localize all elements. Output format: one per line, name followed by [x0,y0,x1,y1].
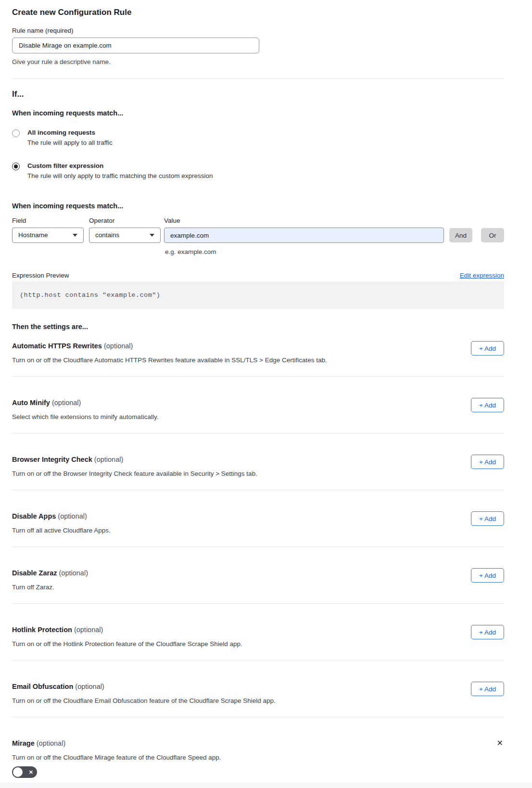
setting-texts: Mirage (optional) Turn on or off the Clo… [12,738,221,778]
setting-texts: Disable Zaraz (optional) Turn off Zaraz. [12,568,88,592]
setting-texts: Hotlink Protection (optional) Turn on or… [12,625,242,648]
radio-texts: All incoming requests The rule will appl… [27,129,113,147]
setting-texts: Automatic HTTPS Rewrites (optional) Turn… [12,341,327,365]
setting-row-hotlink-protection: Hotlink Protection (optional) Turn on or… [12,604,504,661]
radio-label: All incoming requests [27,129,113,137]
setting-name: Auto Minify (optional) [12,398,158,407]
section-divider [12,78,504,79]
setting-row-disable-apps: Disable Apps (optional) Turn off all act… [12,490,504,547]
value-input[interactable] [164,228,444,243]
field-select[interactable]: Hostname [12,228,84,243]
setting-description: Turn on or off the Hotlink Protection fe… [12,640,242,648]
expression-preview-block: (http.host contains "example.com") [12,281,504,309]
toggle-off-x-icon: ✕ [29,770,33,775]
setting-name: Disable Zaraz (optional) [12,568,88,578]
chevron-down-icon [150,234,154,237]
page-bottom-band [0,783,532,788]
rule-name-help: Give your rule a descriptive name. [12,58,504,66]
add-button[interactable]: + Add [471,455,504,469]
field-label: Field [12,217,84,225]
edit-expression-link[interactable]: Edit expression [460,272,504,280]
setting-texts: Auto Minify (optional) Select which file… [12,398,158,421]
setting-description: Turn on or off the Browser Integrity Che… [12,470,257,478]
setting-row-mirage: Mirage (optional) Turn on or off the Clo… [12,717,504,788]
setting-name: Hotlink Protection (optional) [12,625,242,635]
optional-label: (optional) [94,456,123,463]
page-content: Create new Configuration Rule Rule name … [0,0,532,788]
setting-texts: Disable Apps (optional) Turn off all act… [12,511,111,535]
configuration-rule-page: Create new Configuration Rule Rule name … [0,0,532,788]
optional-label: (optional) [59,569,88,577]
setting-texts: Browser Integrity Check (optional) Turn … [12,455,257,478]
setting-row-email-obfuscation: Email Obfuscation (optional) Turn on or … [12,661,504,717]
setting-row-browser-integrity-check: Browser Integrity Check (optional) Turn … [12,433,504,490]
radio-label: Custom filter expression [27,162,213,170]
optional-label: (optional) [52,399,81,407]
operator-label: Operator [89,217,161,225]
rule-name-input[interactable] [12,38,259,53]
chevron-down-icon [73,234,77,237]
setting-name: Browser Integrity Check (optional) [12,455,257,464]
radio-texts: Custom filter expression The rule will o… [27,162,213,180]
and-button[interactable]: And [449,228,472,242]
radio-unselected-icon[interactable] [12,129,20,137]
add-button[interactable]: + Add [471,682,504,696]
radio-selected-icon[interactable] [12,163,20,170]
value-label: Value [164,217,180,225]
expression-text: (http.host contains "example.com") [20,291,160,300]
builder-match-heading: When incoming requests match... [12,202,504,210]
setting-row-auto-minify: Auto Minify (optional) Select which file… [12,377,504,433]
add-button[interactable]: + Add [471,625,504,639]
add-button[interactable]: + Add [471,568,504,583]
setting-description: Turn on or off the Cloudflare Email Obfu… [12,697,276,705]
setting-texts: Email Obfuscation (optional) Turn on or … [12,682,276,705]
add-button[interactable]: + Add [471,511,504,526]
radio-all-incoming-requests[interactable]: All incoming requests The rule will appl… [12,129,504,147]
optional-label: (optional) [37,739,65,747]
radio-custom-filter-expression[interactable]: Custom filter expression The rule will o… [12,162,504,180]
close-icon[interactable]: ✕ [496,738,504,748]
field-select-value: Hostname [18,230,48,240]
expression-builder-row: Hostname contains And Or [12,228,504,243]
setting-description: Turn on or off the Cloudflare Mirage fea… [12,753,221,762]
expression-preview-label: Expression Preview [12,272,69,280]
mirage-toggle[interactable]: ✕ [12,766,37,778]
page-title: Create new Configuration Rule [12,8,504,17]
add-button[interactable]: + Add [471,398,504,412]
expression-preview-row: Expression Preview Edit expression [12,272,504,280]
setting-row-automatic-https-rewrites: Automatic HTTPS Rewrites (optional) Turn… [12,331,504,377]
optional-label: (optional) [74,626,103,634]
optional-label: (optional) [75,683,104,690]
match-heading: When incoming requests match... [12,109,504,117]
toggle-knob [13,767,23,777]
optional-label: (optional) [58,512,87,520]
if-heading: If... [12,89,504,99]
or-button[interactable]: Or [481,228,504,242]
add-button[interactable]: + Add [471,341,504,356]
setting-description: Select which file extensions to minify a… [12,413,158,421]
setting-name: Email Obfuscation (optional) [12,682,276,691]
setting-description: Turn on or off the Cloudflare Automatic … [12,356,327,365]
setting-name: Disable Apps (optional) [12,511,111,521]
radio-description: The rule will only apply to traffic matc… [27,172,213,180]
setting-name: Automatic HTTPS Rewrites (optional) [12,341,327,351]
radio-description: The rule will apply to all traffic [27,139,113,147]
optional-label: (optional) [104,342,133,350]
then-heading: Then the settings are... [12,322,504,331]
builder-labels: Field Operator Value [12,217,504,225]
setting-row-disable-zaraz: Disable Zaraz (optional) Turn off Zaraz.… [12,547,504,604]
value-hint: e.g. example.com [165,248,504,256]
setting-description: Turn off Zaraz. [12,583,88,592]
operator-select[interactable]: contains [89,228,161,243]
setting-name: Mirage (optional) [12,738,221,748]
setting-description: Turn off all active Cloudflare Apps. [12,526,111,535]
operator-select-value: contains [95,230,119,240]
rule-name-label: Rule name (required) [12,27,504,35]
